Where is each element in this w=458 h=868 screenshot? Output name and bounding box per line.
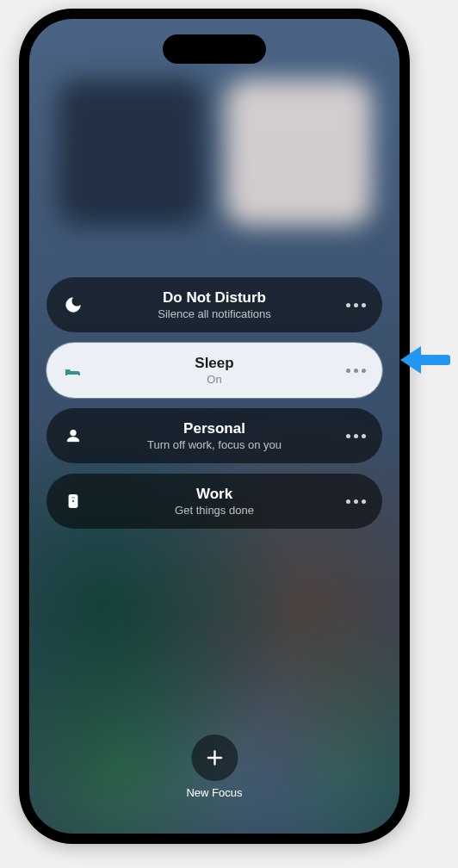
person-icon	[62, 425, 84, 447]
focus-item-text: Do Not Disturb Silence all notifications	[84, 289, 344, 320]
focus-item-subtitle: Turn off work, focus on you	[91, 438, 337, 451]
focus-item-subtitle: On	[91, 373, 337, 386]
focus-item-work[interactable]: Work Get things done	[46, 474, 382, 529]
blurred-widget	[58, 79, 204, 226]
svg-point-2	[71, 499, 74, 502]
more-options-icon[interactable]	[344, 499, 367, 504]
focus-item-do-not-disturb[interactable]: Do Not Disturb Silence all notifications	[46, 277, 382, 332]
more-options-icon[interactable]	[344, 434, 367, 438]
focus-item-subtitle: Silence all notifications	[91, 307, 337, 320]
new-focus-section: New Focus	[186, 735, 242, 799]
svg-rect-1	[71, 497, 76, 499]
badge-icon	[62, 490, 84, 512]
iphone-screen: Do Not Disturb Silence all notifications…	[29, 19, 399, 834]
new-focus-button[interactable]	[191, 735, 238, 781]
focus-item-title: Sleep	[91, 355, 337, 372]
focus-item-text: Sleep On	[84, 355, 344, 386]
focus-item-title: Do Not Disturb	[91, 289, 337, 307]
bed-icon	[62, 359, 84, 381]
focus-item-sleep[interactable]: Sleep On	[46, 343, 382, 398]
background-blurred-widgets	[29, 79, 399, 226]
more-options-icon[interactable]	[344, 303, 367, 307]
new-focus-label: New Focus	[186, 786, 242, 799]
focus-item-personal[interactable]: Personal Turn off work, focus on you	[46, 408, 382, 463]
callout-arrow-icon	[400, 343, 450, 377]
focus-item-subtitle: Get things done	[91, 504, 337, 517]
focus-item-text: Personal Turn off work, focus on you	[84, 420, 344, 451]
more-options-icon[interactable]	[344, 369, 367, 373]
focus-item-title: Work	[91, 486, 337, 503]
focus-item-title: Personal	[91, 420, 337, 437]
moon-icon	[62, 294, 84, 316]
dynamic-island	[163, 34, 266, 64]
svg-marker-6	[400, 346, 421, 374]
focus-mode-list: Do Not Disturb Silence all notifications…	[29, 277, 399, 529]
blurred-widget	[226, 79, 372, 226]
focus-item-text: Work Get things done	[84, 486, 344, 517]
iphone-device-frame: Do Not Disturb Silence all notifications…	[19, 9, 410, 844]
